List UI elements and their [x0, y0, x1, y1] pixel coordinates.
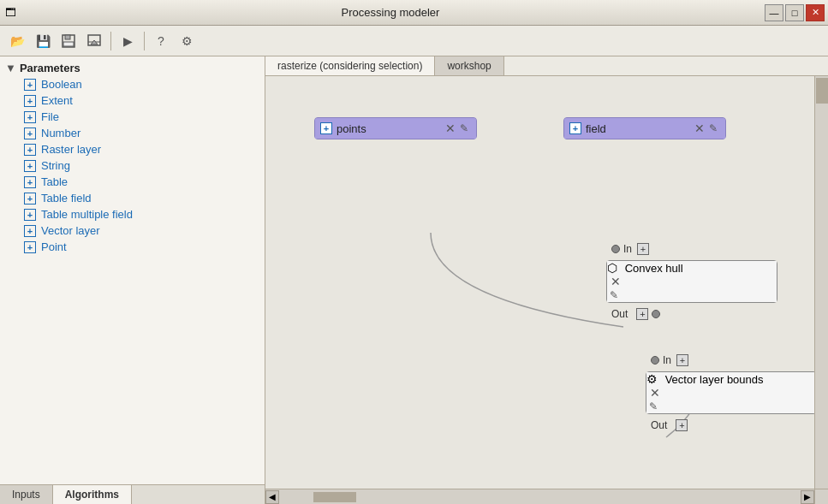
tree-item-file[interactable]: + File — [0, 109, 265, 125]
vector-bounds-out-label: Out — [651, 419, 667, 431]
node-field-edit-btn[interactable]: ✎ — [706, 122, 720, 135]
scroll-left-btn[interactable]: ◀ — [265, 490, 279, 504]
vertical-scrollbar[interactable] — [814, 76, 828, 489]
plus-icon-raster-layer: + — [24, 144, 36, 156]
scroll-right-btn[interactable]: ▶ — [801, 490, 814, 504]
node-convex-hull-edit-btn[interactable]: ✎ — [607, 288, 621, 302]
plus-icon-table: + — [24, 176, 36, 188]
window-controls: — □ ✕ — [765, 4, 828, 21]
title-bar: 🗔 Processing modeler — □ ✕ — [0, 0, 828, 26]
vector-bounds-in-plus[interactable]: + — [676, 354, 688, 366]
tree-item-label-raster-layer: Raster layer — [41, 143, 101, 156]
node-vector-bounds-close-btn[interactable]: ✕ — [648, 386, 662, 400]
vertical-scrollbar-thumb[interactable] — [816, 78, 828, 104]
vector-bounds-in-label: In — [663, 354, 671, 366]
help-btn[interactable]: ? — [149, 29, 173, 53]
tree-item-vector-layer[interactable]: + Vector layer — [0, 222, 265, 239]
plus-icon-table-field: + — [24, 193, 36, 205]
tab-algorithms[interactable]: Algorithms — [53, 485, 132, 504]
node-field-close-btn[interactable]: ✕ — [693, 122, 706, 135]
run-model-btn[interactable]: ▶ — [116, 29, 140, 53]
convex-hull-out-port-row: Out + — [606, 306, 777, 322]
parameter-tree: ▼ Parameters + Boolean + Extent + File +… — [0, 56, 265, 484]
tree-item-label-vector-layer: Vector layer — [41, 224, 100, 237]
tree-item-table-multiple-field[interactable]: + Table multiple field — [0, 206, 265, 222]
tree-item-raster-layer[interactable]: + Raster layer — [0, 141, 265, 157]
convex-hull-in-label: In — [623, 243, 632, 255]
tree-item-label-point: Point — [41, 240, 67, 253]
scrollbar-h-track — [279, 492, 801, 502]
convex-hull-in-plus[interactable]: + — [637, 243, 649, 255]
maximize-button[interactable]: □ — [785, 4, 804, 21]
tree-item-table[interactable]: + Table — [0, 174, 265, 190]
close-button[interactable]: ✕ — [806, 4, 825, 21]
node-points-close-btn[interactable]: ✕ — [444, 122, 457, 135]
plus-icon-file: + — [24, 111, 36, 123]
convex-hull-out-plus[interactable]: + — [636, 308, 648, 320]
save-as-btn[interactable] — [57, 29, 80, 53]
convex-hull-node-area: In + ⬡ Convex hull ✕ ✎ Out — [606, 241, 777, 322]
canvas-area: rasterize (considering selection) worksh… — [265, 56, 828, 504]
tree-item-number[interactable]: + Number — [0, 125, 265, 141]
tree-item-label-file: File — [41, 110, 59, 123]
node-points-header: + points ✕ ✎ — [315, 118, 476, 139]
tree-item-label-extent: Extent — [41, 94, 73, 107]
tree-item-boolean[interactable]: + Boolean — [0, 76, 265, 92]
node-vector-bounds-header: ⚙ Vector layer bounds ✕ ✎ — [646, 372, 814, 413]
node-field[interactable]: + field ✕ ✎ — [563, 117, 726, 139]
scrollbar-corner — [814, 489, 828, 504]
tree-item-point[interactable]: + Point — [0, 239, 265, 255]
tree-item-string[interactable]: + String — [0, 157, 265, 174]
tree-item-label-table-field: Table field — [41, 192, 92, 205]
plus-icon-extent: + — [24, 95, 36, 107]
toolbar-sep-2 — [144, 32, 145, 50]
node-convex-hull-close-btn[interactable]: ✕ — [609, 275, 622, 288]
node-convex-hull[interactable]: ⬡ Convex hull ✕ ✎ — [606, 260, 777, 303]
tab-inputs[interactable]: Inputs — [0, 485, 53, 504]
tree-item-label-table-multiple-field: Table multiple field — [41, 208, 133, 221]
svg-rect-2 — [63, 42, 74, 46]
app-icon: 🗔 — [0, 6, 16, 19]
convex-hull-in-port-row: In + — [606, 241, 777, 257]
vector-bounds-algo-icon: ⚙ — [646, 372, 658, 386]
vector-bounds-out-plus[interactable]: + — [676, 419, 688, 431]
canvas-tab-workshop[interactable]: workshop — [435, 56, 503, 75]
scrollbar-h-thumb[interactable] — [313, 492, 356, 502]
convex-hull-out-label: Out — [611, 308, 628, 320]
node-field-plus-icon: + — [569, 122, 581, 134]
convex-hull-out-port-dot — [652, 310, 660, 318]
node-convex-hull-header: ⬡ Convex hull ✕ ✎ — [607, 261, 777, 302]
tree-arrow: ▼ — [5, 62, 16, 74]
node-points-edit-btn[interactable]: ✎ — [457, 122, 471, 135]
canvas-tab-rasterize[interactable]: rasterize (considering selection) — [265, 56, 435, 75]
canvas-scroll-area[interactable]: + points ✕ ✎ + field ✕ ✎ — [265, 76, 828, 504]
tree-root-label: Parameters — [20, 62, 80, 74]
minimize-button[interactable]: — — [765, 4, 783, 21]
plus-icon-point: + — [24, 241, 36, 253]
node-vector-bounds[interactable]: ⚙ Vector layer bounds ✕ ✎ — [646, 371, 814, 414]
convex-hull-in-port-dot — [611, 245, 620, 253]
convex-hull-algo-icon: ⬡ — [607, 261, 617, 275]
vector-bounds-in-port-dot — [651, 356, 659, 365]
svg-rect-1 — [65, 35, 70, 39]
tree-item-label-boolean: Boolean — [41, 78, 82, 91]
horizontal-scrollbar[interactable]: ◀ ▶ — [265, 489, 814, 504]
node-vector-bounds-title: Vector layer bounds — [665, 373, 764, 386]
vector-bounds-node-area: In + ⚙ Vector layer bounds ✕ ✎ — [646, 353, 814, 433]
node-points[interactable]: + points ✕ ✎ — [314, 117, 477, 139]
plus-icon-vector-layer: + — [24, 225, 36, 237]
tree-item-label-table: Table — [41, 175, 68, 188]
node-points-plus-icon: + — [320, 122, 332, 134]
tree-item-label-string: String — [41, 159, 70, 172]
settings-btn[interactable]: ⚙ — [175, 29, 199, 53]
node-vector-bounds-edit-btn[interactable]: ✎ — [646, 400, 660, 413]
plus-icon-string: + — [24, 160, 36, 172]
tree-item-extent[interactable]: + Extent — [0, 92, 265, 109]
node-field-title: field — [586, 122, 691, 135]
node-convex-hull-title: Convex hull — [625, 262, 683, 275]
export-image-btn[interactable] — [82, 29, 106, 53]
tree-item-table-field[interactable]: + Table field — [0, 190, 265, 206]
open-folder-btn[interactable]: 📂 — [5, 29, 29, 53]
save-btn[interactable]: 💾 — [31, 29, 55, 53]
left-panel: ▼ Parameters + Boolean + Extent + File +… — [0, 56, 265, 504]
